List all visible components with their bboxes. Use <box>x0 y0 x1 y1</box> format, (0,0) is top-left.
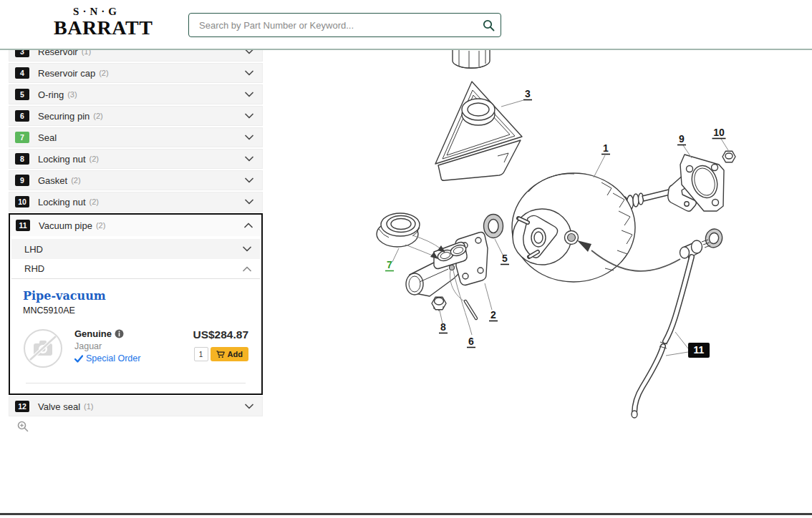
item-number-badge: 12 <box>15 401 29 412</box>
chevron-down-icon <box>245 404 253 409</box>
chevron-down-icon <box>245 92 253 97</box>
item-label: Securing pin <box>38 111 90 122</box>
parts-accordion: 3Reservoir(1)4Reservoir cap(2)5O-ring(3)… <box>9 41 263 418</box>
variant-row-lhd[interactable]: LHD <box>11 239 260 259</box>
diagram-label-2[interactable]: 2 <box>490 309 496 321</box>
chevron-up-icon <box>244 223 253 228</box>
vacuum-pipe-panel: 11 Vacuum pipe (2) LHD RHD P <box>9 213 263 395</box>
item-label: O-ring <box>38 89 64 100</box>
item-number-badge: 11 <box>16 220 30 231</box>
item-label: Locking nut <box>38 197 86 207</box>
diagram-part-securing-pin <box>465 301 476 318</box>
chevron-down-icon <box>245 113 253 119</box>
diagram-label-3[interactable]: 3 <box>525 88 531 99</box>
info-icon[interactable] <box>115 329 124 338</box>
item-count: (2) <box>90 197 99 206</box>
sidebar-item-valve-seal[interactable]: 12Valve seal(1) <box>9 396 263 416</box>
diagram-part-o-ring <box>484 215 503 238</box>
diagram-part-seal <box>377 213 420 247</box>
item-number-badge: 7 <box>15 132 29 143</box>
item-label: Locking nut <box>38 154 86 165</box>
sidebar-item-locking-nut[interactable]: 10Locking nut(2) <box>9 192 263 212</box>
item-count: (2) <box>99 69 108 77</box>
chevron-down-icon <box>243 246 251 252</box>
product-price: US$284.87 <box>180 328 248 341</box>
item-number-badge: 4 <box>15 67 29 79</box>
diagram-label-7[interactable]: 7 <box>387 259 392 270</box>
product-image-placeholder <box>23 328 63 368</box>
sng-barratt-logo[interactable]: S·N·G BARRATT <box>54 6 140 39</box>
quantity-input[interactable] <box>194 347 208 361</box>
sidebar-item-vacuum-pipe[interactable]: 11 Vacuum pipe (2) <box>10 215 261 236</box>
parts-catalog-page: S·N·G BARRATT 3Reservoir(1)4Reservoir ca… <box>0 0 812 518</box>
chevron-down-icon <box>245 177 253 183</box>
diagram-part-pipe-fitting <box>680 227 725 258</box>
bottom-window-edge <box>0 513 812 515</box>
diagram-badge-label: 11 <box>694 344 705 356</box>
chevron-up-icon <box>243 266 251 272</box>
product-availability: Special Order <box>74 353 180 363</box>
item-label: Valve seal <box>38 401 80 412</box>
diagram-label-5[interactable]: 5 <box>502 253 508 264</box>
item-label: Seal <box>38 132 57 143</box>
diagram-label-8[interactable]: 8 <box>440 321 446 333</box>
sidebar-item-securing-pin[interactable]: 6Securing pin(2) <box>9 106 263 126</box>
item-number-badge: 8 <box>15 153 29 165</box>
diagram-part-reservoir <box>435 82 522 180</box>
header: S·N·G BARRATT <box>0 0 812 50</box>
diagram-part-locking-nut-10 <box>722 151 735 162</box>
product-brand: Jaguar <box>74 341 180 351</box>
item-number-badge: 10 <box>15 196 29 207</box>
item-count: (2) <box>93 112 102 120</box>
item-count: (3) <box>67 90 77 99</box>
cart-icon <box>216 351 225 358</box>
chevron-down-icon <box>245 199 253 205</box>
diagram-label-10[interactable]: 10 <box>713 127 725 138</box>
item-number-badge: 9 <box>15 175 29 186</box>
logo-main-text: BARRATT <box>54 16 140 39</box>
item-label: Gasket <box>38 175 67 186</box>
zoom-in-icon[interactable] <box>17 421 29 432</box>
item-count: (2) <box>96 221 105 230</box>
product-part-number: MNC5910AE <box>23 306 248 316</box>
sidebar-item-o-ring[interactable]: 5O-ring(3) <box>9 84 263 104</box>
item-count: (2) <box>90 155 99 163</box>
variant-label: RHD <box>24 263 44 274</box>
sidebar-item-reservoir-cap[interactable]: 4Reservoir cap(2) <box>9 63 263 83</box>
sidebar-item-seal[interactable]: 7Seal <box>9 127 263 147</box>
search-box <box>188 13 501 37</box>
product-card: Pipe-vacuum MNC5910AE <box>10 279 261 394</box>
check-icon <box>74 355 83 363</box>
variant-row-rhd[interactable]: RHD <box>11 259 260 279</box>
item-label: Reservoir cap <box>38 68 95 79</box>
chevron-down-icon <box>245 70 253 76</box>
parts-diagram: 11 1235678910 <box>272 50 812 518</box>
diagram-label-1[interactable]: 1 <box>603 142 609 154</box>
product-title-link[interactable]: Pipe-vacuum <box>23 289 106 303</box>
search-button[interactable] <box>476 14 501 36</box>
chevron-down-icon <box>245 135 253 140</box>
no-image-icon <box>23 328 63 368</box>
diagram-part-reservoir-cap <box>453 50 490 68</box>
chevron-down-icon <box>245 156 253 162</box>
diagram-part-master-cylinder <box>406 233 488 297</box>
item-label: Vacuum pipe <box>39 220 92 231</box>
add-to-cart-button[interactable]: Add <box>211 347 248 361</box>
search-input[interactable] <box>189 20 476 31</box>
diagram-badge-11[interactable]: 11 <box>688 343 710 358</box>
variant-label: LHD <box>24 244 43 255</box>
diagram-label-9[interactable]: 9 <box>679 133 685 145</box>
sidebar-item-gasket[interactable]: 9Gasket(2) <box>9 170 263 190</box>
diagram-part-locking-nut-8 <box>432 297 446 311</box>
item-count: (2) <box>71 176 80 185</box>
diagram-part-vacuum-pipe <box>632 257 692 418</box>
item-number-badge: 6 <box>15 110 29 122</box>
sidebar-item-locking-nut[interactable]: 8Locking nut(2) <box>9 149 263 169</box>
divider <box>26 383 246 383</box>
search-icon <box>483 19 495 31</box>
item-number-badge: 5 <box>15 89 29 100</box>
item-count: (1) <box>84 402 93 411</box>
diagram-label-6[interactable]: 6 <box>468 336 474 347</box>
product-brand-type: Genuine <box>74 328 112 339</box>
